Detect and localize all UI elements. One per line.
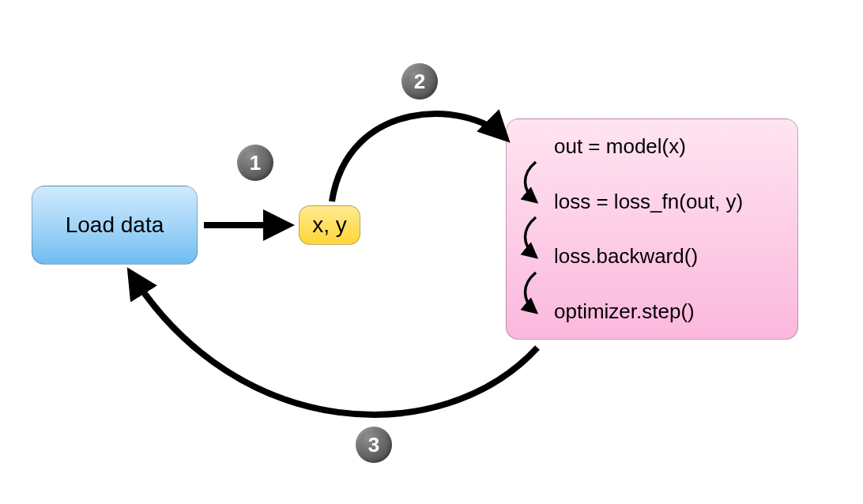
step-2-label: 2 (414, 70, 425, 94)
step-1-label: 1 (250, 151, 261, 175)
step-marker-1: 1 (237, 145, 273, 181)
load-data-label: Load data (66, 213, 164, 238)
xy-label: x, y (312, 213, 347, 238)
code-line-3: loss.backward() (554, 229, 698, 284)
arrow-train-to-load (130, 273, 537, 415)
xy-box: x, y (299, 205, 360, 245)
code-line-2: loss = loss_fn(out, y) (554, 175, 743, 230)
training-step-box: out = model(x) loss = loss_fn(out, y) lo… (506, 118, 798, 340)
load-data-box: Load data (32, 186, 198, 265)
code-line-1: out = model(x) (554, 119, 686, 175)
step-marker-2: 2 (401, 63, 438, 100)
step-3-label: 3 (368, 433, 379, 457)
diagram-stage: Load data x, y out = model(x) loss = los… (0, 0, 863, 504)
code-line-4: optimizer.step() (554, 284, 695, 340)
arrow-xy-to-train (332, 114, 506, 201)
step-marker-3: 3 (356, 427, 392, 463)
